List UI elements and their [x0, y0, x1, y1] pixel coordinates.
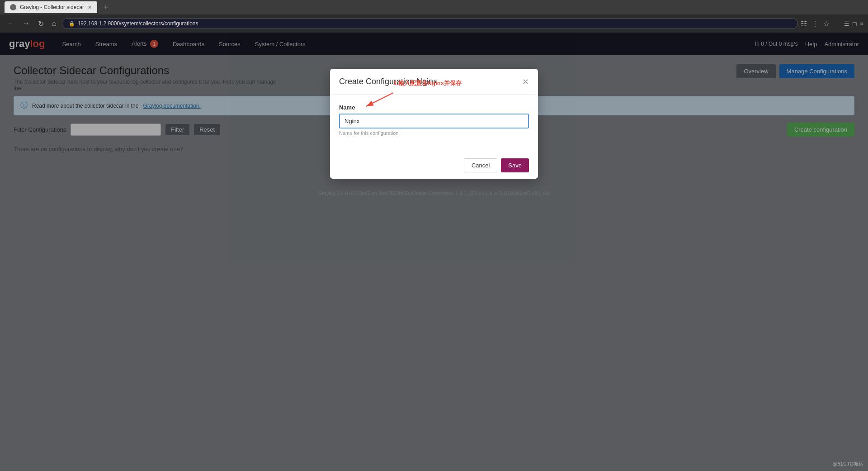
back-button[interactable]: ← [5, 18, 17, 29]
browser-toolbar: ← → ↻ ⌂ 🔒 192.168.1.2:9000/system/collec… [0, 14, 868, 33]
tab-close-button[interactable]: ✕ [88, 5, 92, 10]
name-label: Name [339, 104, 529, 111]
reload-button[interactable]: ↻ [35, 18, 47, 30]
cancel-button[interactable]: Cancel [464, 158, 497, 172]
modal-body: 3.输入配置名Nginx并保存 Name Name for this confi… [330, 95, 538, 152]
name-input[interactable] [339, 114, 529, 128]
address-bar[interactable]: 🔒 192.168.1.2:9000/system/collectors/con… [62, 18, 798, 29]
modal-footer: Cancel Save [330, 152, 538, 179]
menu-icon[interactable]: ≡ [860, 20, 863, 27]
more-icon[interactable]: ⋮ [811, 19, 819, 28]
name-hint: Name for this configuration [339, 130, 529, 136]
bookmarks-icon[interactable]: ☰ [844, 20, 849, 27]
star-icon[interactable]: ☆ [823, 19, 830, 28]
browser-titlebar: Graylog - Collector sidecar ✕ + [0, 0, 868, 14]
browser-chrome: Graylog - Collector sidecar ✕ + ← → ↻ ⌂ … [0, 0, 868, 33]
name-form-group: Name Name for this configuration [339, 104, 529, 136]
tab-favicon [10, 4, 16, 10]
extensions-icon[interactable]: ☷ [801, 19, 807, 28]
modal-title: Create Configuration Nginx [339, 77, 437, 86]
lock-icon: 🔒 [69, 21, 75, 27]
watermark: @51CTO搬运 [833, 461, 863, 467]
save-button[interactable]: Save [501, 158, 529, 172]
modal-overlay: Create Configuration Nginx ✕ 3.输入配置名Ngin… [0, 33, 868, 471]
home-button[interactable]: ⌂ [49, 18, 59, 29]
toolbar-icons: ☷ ⋮ ☆ [801, 19, 830, 28]
modal-header: Create Configuration Nginx ✕ [330, 69, 538, 95]
url-text: 192.168.1.2:9000/system/collectors/confi… [78, 20, 198, 27]
forward-button[interactable]: → [20, 18, 33, 29]
modal-dialog: Create Configuration Nginx ✕ 3.输入配置名Ngin… [330, 69, 538, 179]
tab-title: Graylog - Collector sidecar [20, 4, 84, 10]
browser-action-icon[interactable]: ◻ [852, 20, 857, 27]
new-tab-button[interactable]: + [101, 3, 111, 12]
app-container: graylog Search Streams Alerts 1 Dashboar… [0, 33, 868, 471]
browser-tab[interactable]: Graylog - Collector sidecar ✕ [5, 1, 97, 13]
modal-close-button[interactable]: ✕ [522, 78, 529, 86]
